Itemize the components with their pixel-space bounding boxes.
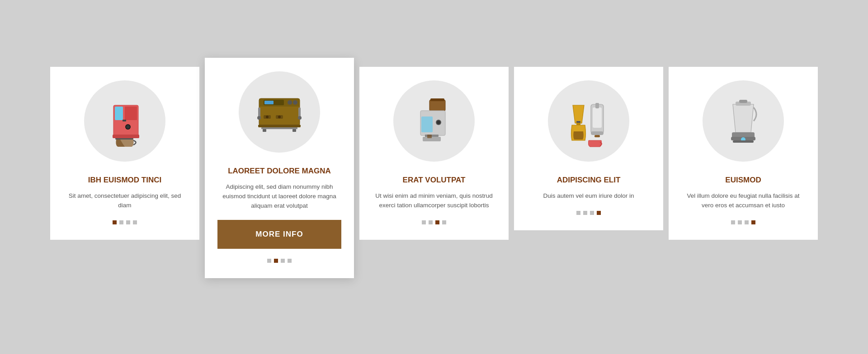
svg-rect-47 — [733, 140, 754, 143]
svg-rect-43 — [739, 100, 747, 103]
svg-rect-26 — [429, 100, 445, 111]
card-4-dots — [527, 211, 651, 217]
svg-rect-5 — [113, 135, 139, 138]
card-2-icon-area — [205, 58, 354, 162]
cards-container: IBH EUISMOD TINCI Sit amet, consectetuer… — [23, 49, 845, 305]
svg-rect-18 — [258, 107, 260, 117]
card-5-title: EUISMOD — [681, 175, 805, 185]
card-2-dots — [217, 259, 341, 265]
card-3-icon-area — [359, 67, 509, 171]
dot-5-4 — [751, 220, 755, 224]
svg-rect-36 — [576, 121, 580, 123]
dot-2-3 — [281, 259, 285, 263]
card-3-body: Ut wisi enim ad minim veniam, quis nostr… — [372, 191, 496, 210]
card-1-icon-area — [50, 67, 199, 171]
svg-rect-40 — [591, 131, 604, 135]
card-1-content: IBH EUISMOD TINCI Sit amet, consectetuer… — [50, 171, 199, 226]
dot-1-1 — [113, 220, 117, 224]
svg-rect-2 — [125, 107, 137, 120]
card-2-icon-circle — [239, 71, 320, 153]
card-3-content: ERAT VOLUTPAT Ut wisi enim ad minim veni… — [359, 171, 509, 226]
card-4-content: ADIPISCING ELIT Duis autem vel eum iriur… — [514, 171, 663, 217]
dot-2-2 — [274, 259, 278, 263]
dot-5-2 — [738, 220, 742, 224]
dot-2-4 — [288, 259, 292, 263]
svg-rect-39 — [595, 103, 599, 108]
svg-rect-20 — [298, 107, 301, 117]
svg-rect-22 — [258, 125, 301, 127]
card-4-icon-circle — [548, 80, 629, 162]
card-1-title: IBH EUISMOD TINCI — [63, 175, 187, 185]
svg-point-4 — [126, 125, 130, 129]
card-3-title: ERAT VOLUTPAT — [372, 175, 496, 185]
svg-rect-27 — [430, 98, 444, 101]
svg-point-21 — [298, 116, 302, 120]
svg-point-15 — [266, 116, 269, 118]
card-1-body: Sit amet, consectetuer adipiscing elit, … — [63, 191, 187, 210]
card-5-icon-circle — [703, 80, 784, 162]
svg-rect-6 — [115, 138, 133, 140]
card-4-body: Duis autem vel eum iriure dolor in — [527, 191, 651, 201]
card-5-body: Vel illum dolore eu feugiat nulla facili… — [681, 191, 805, 210]
dot-2-1 — [267, 259, 271, 263]
card-5-icon-area — [669, 67, 818, 171]
coffee-grinder-icon — [405, 92, 463, 150]
card-4-title: ADIPISCING ELIT — [527, 175, 651, 185]
svg-rect-1 — [115, 107, 123, 120]
svg-rect-41 — [594, 135, 600, 137]
drip-coffee-maker-icon — [95, 92, 154, 150]
card-1-icon-circle — [84, 80, 165, 162]
card-5-content: EUISMOD Vel illum dolore eu feugiat null… — [669, 171, 818, 226]
svg-point-31 — [437, 121, 440, 124]
more-info-button[interactable]: MORE INFO — [217, 220, 341, 249]
dot-5-1 — [731, 220, 735, 224]
svg-rect-34 — [427, 135, 432, 138]
card-4: ADIPISCING ELIT Duis autem vel eum iriur… — [514, 67, 663, 230]
card-3: ERAT VOLUTPAT Ut wisi enim ad minim veni… — [359, 67, 509, 240]
dot-4-1 — [576, 211, 580, 215]
dot-4-2 — [583, 211, 587, 215]
card-1: IBH EUISMOD TINCI Sit amet, consectetuer… — [50, 67, 199, 240]
dot-4-3 — [590, 211, 594, 215]
chemex-aeropress-icon — [559, 92, 618, 150]
card-1-dots — [63, 220, 187, 226]
card-4-icon-area — [514, 67, 663, 171]
svg-rect-7 — [123, 120, 126, 121]
card-2-title: LAOREET DOLORE MAGNA — [217, 166, 341, 176]
dot-3-4 — [442, 220, 446, 224]
card-2-content: LAOREET DOLORE MAGNA Adipiscing elit, se… — [205, 162, 354, 265]
card-2-body: Adipiscing elit, sed diam nonummy nibh e… — [217, 182, 341, 211]
card-5-dots — [681, 220, 805, 226]
svg-rect-38 — [593, 107, 602, 128]
dot-3-3 — [435, 220, 439, 224]
svg-rect-25 — [292, 129, 296, 132]
dot-5-3 — [745, 220, 749, 224]
card-5: EUISMOD Vel illum dolore eu feugiat null… — [669, 67, 818, 240]
espresso-machine-icon — [250, 83, 309, 141]
card-2: LAOREET DOLORE MAGNA Adipiscing elit, se… — [205, 58, 354, 278]
dot-1-2 — [119, 220, 123, 224]
svg-rect-11 — [264, 101, 274, 104]
svg-point-19 — [257, 116, 261, 120]
dot-1-4 — [133, 220, 137, 224]
card-3-dots — [372, 220, 496, 226]
svg-rect-29 — [421, 116, 433, 132]
card-3-icon-circle — [393, 80, 475, 162]
dot-4-4 — [597, 211, 601, 215]
svg-point-12 — [288, 100, 292, 105]
dot-3-1 — [422, 220, 426, 224]
svg-point-13 — [293, 100, 297, 105]
svg-point-17 — [278, 116, 281, 118]
dot-1-3 — [126, 220, 130, 224]
svg-rect-24 — [263, 129, 266, 132]
blender-icon — [714, 92, 773, 150]
svg-rect-23 — [261, 127, 297, 129]
dot-3-2 — [429, 220, 433, 224]
